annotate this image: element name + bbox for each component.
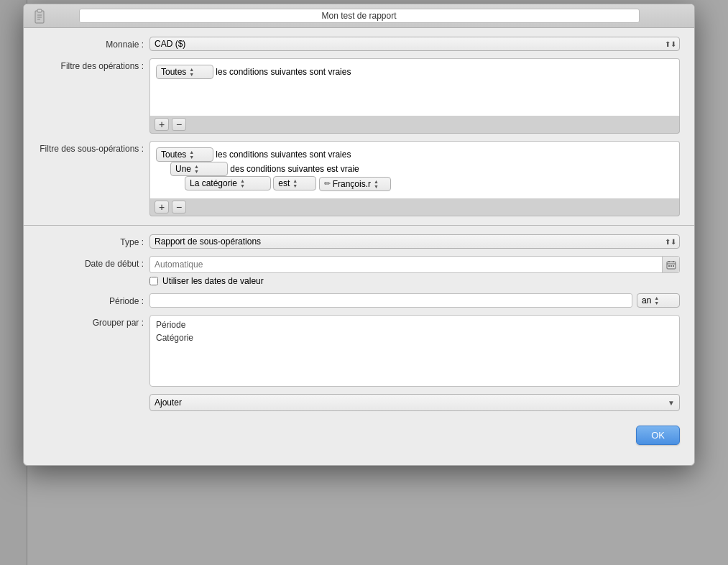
grouper-control: Période Catégorie (149, 315, 680, 387)
type-arrow: ⬆⬇ (665, 238, 676, 246)
filtre-sous-ops-container: Toutes ▲▼ les conditions suivantes sont … (149, 141, 680, 216)
report-dialog: Mon test de rapport Monnaie : CAD ($) ⬆⬇… (23, 4, 695, 466)
filtre-ops-box: Toutes ▲▼ les conditions suivantes sont … (149, 58, 680, 116)
monnaie-select[interactable]: CAD ($) ⬆⬇ (149, 37, 680, 51)
date-input[interactable] (150, 258, 662, 271)
bottom-section: Type : Rapport de sous-opérations ⬆⬇ Dat… (24, 234, 694, 411)
date-label: Date de début : (38, 256, 149, 269)
categorie-value: La catégorie (190, 178, 237, 188)
date-input-wrap (149, 256, 680, 273)
periode-label: Période : (38, 293, 149, 306)
grouper-item-periode: Période (153, 318, 676, 331)
est-arrows: ▲▼ (292, 178, 298, 188)
filtre-sous-ops-row: Filtre des sous-opérations : Toutes ▲▼ l… (24, 141, 694, 216)
utiliser-dates-checkbox[interactable] (149, 277, 158, 285)
periode-unit-arrows: ▲▼ (654, 295, 659, 306)
monnaie-row: Monnaie : CAD ($) ⬆⬇ (24, 37, 694, 51)
svg-rect-1 (37, 9, 42, 12)
filtre-ops-toutes-value: Toutes (161, 67, 186, 77)
monnaie-arrow: ⬆⬇ (665, 40, 676, 48)
type-select[interactable]: Rapport de sous-opérations ⬆⬇ (149, 234, 680, 249)
grouper-row: Grouper par : Période Catégorie (38, 315, 680, 387)
ajouter-control: Ajouter ▼ (149, 394, 680, 411)
ajouter-spacer (38, 394, 149, 397)
utiliser-dates-row: Utiliser les dates de valeur (149, 276, 680, 286)
svg-rect-11 (673, 265, 674, 267)
dialog-body: Monnaie : CAD ($) ⬆⬇ Filtre des opératio… (24, 28, 694, 465)
filtre-sous-une-value: Une (175, 164, 191, 174)
filtre-sous-ops-label: Filtre des sous-opérations : (38, 141, 149, 154)
utiliser-dates-label: Utiliser les dates de valeur (162, 276, 264, 286)
filtre-ops-add-button[interactable]: + (155, 118, 169, 131)
francois-value: François.r (333, 179, 371, 189)
pencil-icon: ✏ (324, 179, 331, 188)
periode-input[interactable]: 1 (149, 293, 632, 308)
date-row: Date de début : (38, 256, 680, 286)
periode-unit-select[interactable]: an ▲▼ (637, 293, 680, 308)
filtre-ops-bar: + − (149, 116, 680, 134)
filtre-sous-arrows1: ▲▼ (189, 150, 194, 160)
filtre-sous-ops-box: Toutes ▲▼ les conditions suivantes sont … (149, 141, 680, 198)
monnaie-label: Monnaie : (38, 37, 149, 50)
report-title-field[interactable]: Mon test de rapport (79, 9, 640, 23)
filtre-sous-cond-text2: des conditions suivantes est vraie (230, 164, 359, 174)
francois-arrows: ▲▼ (374, 179, 379, 189)
type-label: Type : (38, 234, 149, 247)
filtre-ops-cond-row: Toutes ▲▼ les conditions suivantes sont … (156, 65, 673, 79)
categorie-arrows: ▲▼ (240, 178, 245, 188)
section-divider (24, 225, 694, 226)
date-control: Utiliser les dates de valeur (149, 256, 680, 286)
filtre-sous-une-select[interactable]: Une ▲▼ (170, 162, 228, 176)
periode-row: Période : 1 an ▲▼ (38, 293, 680, 308)
est-value: est (278, 178, 290, 188)
clipboard-icon (31, 8, 48, 25)
monnaie-value: CAD ($) (155, 39, 185, 49)
filtre-sous-cond-text1: les conditions suivantes sont vraies (216, 150, 351, 160)
ajouter-label: Ajouter (155, 398, 182, 408)
periode-control: 1 an ▲▼ (149, 293, 680, 308)
periode-unit-value: an (642, 295, 651, 306)
filtre-sous-remove-button[interactable]: − (172, 201, 186, 213)
dialog-titlebar: Mon test de rapport (24, 4, 694, 28)
ajouter-arrow: ▼ (668, 399, 675, 407)
filtre-ops-row: Filtre des opérations : Toutes ▲▼ les co… (24, 58, 694, 134)
categorie-select[interactable]: La catégorie ▲▼ (185, 176, 271, 190)
filtre-ops-arrows: ▲▼ (189, 67, 194, 77)
filtre-sous-add-button[interactable]: + (155, 201, 169, 213)
svg-rect-9 (668, 265, 670, 267)
francois-select[interactable]: ✏ François.r ▲▼ (319, 177, 391, 191)
ajouter-row: Ajouter ▼ (38, 394, 680, 411)
filtre-ops-remove-button[interactable]: − (172, 118, 186, 131)
filtre-ops-cond-text: les conditions suivantes sont vraies (216, 67, 351, 77)
grouper-label: Grouper par : (38, 315, 149, 328)
svg-rect-10 (671, 265, 672, 267)
filtre-sous-toutes-value: Toutes (161, 150, 186, 160)
filtre-ops-label: Filtre des opérations : (38, 58, 149, 71)
ajouter-select[interactable]: Ajouter ▼ (149, 394, 680, 411)
monnaie-control: CAD ($) ⬆⬇ (149, 37, 680, 51)
calendar-button[interactable] (662, 257, 679, 272)
filtre-sous-bar: + − (149, 198, 680, 216)
grouper-item-categorie: Catégorie (153, 331, 676, 344)
type-value: Rapport de sous-opérations (155, 236, 261, 247)
filtre-ops-toutes-select[interactable]: Toutes ▲▼ (156, 65, 213, 79)
filtre-sous-toutes-select[interactable]: Toutes ▲▼ (156, 147, 213, 162)
filtre-ops-container: Toutes ▲▼ les conditions suivantes sont … (149, 58, 680, 134)
filtre-sous-cond-row3: La catégorie ▲▼ est ▲▼ ✏ François.r ▲▼ (185, 176, 673, 191)
type-row: Type : Rapport de sous-opérations ⬆⬇ (38, 234, 680, 249)
grouper-list: Période Catégorie (149, 315, 680, 387)
est-select[interactable]: est ▲▼ (273, 176, 316, 190)
dialog-footer: OK (24, 418, 694, 454)
ok-button[interactable]: OK (636, 426, 680, 445)
filtre-sous-cond-row1: Toutes ▲▼ les conditions suivantes sont … (156, 147, 673, 162)
filtre-sous-arrows2: ▲▼ (194, 164, 199, 174)
filtre-sous-cond-row2: Une ▲▼ des conditions suivantes est vrai… (170, 162, 673, 176)
periode-inner-row: 1 an ▲▼ (149, 293, 680, 308)
type-control: Rapport de sous-opérations ⬆⬇ (149, 234, 680, 249)
